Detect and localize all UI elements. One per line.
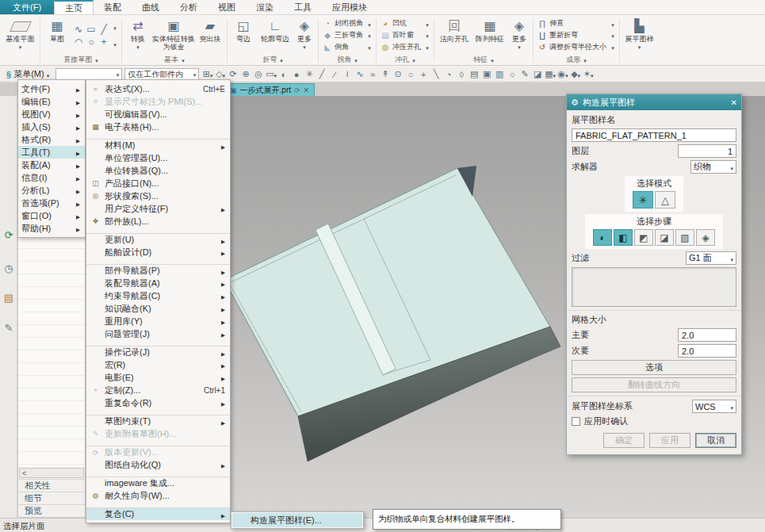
tab-block-button[interactable]: ▰ 突出块	[196, 16, 224, 55]
point-icon[interactable]: +	[417, 67, 430, 81]
step-result-icon[interactable]: ◈	[696, 229, 715, 246]
menu-item[interactable]: 复合(C)	[86, 507, 230, 520]
history-icon[interactable]: ⟳	[0, 229, 17, 241]
menu-item[interactable]: ⟳ 版本更新(V)...	[86, 446, 230, 458]
document-tab[interactable]: ▣ 一步式展开.prt ✕	[224, 83, 315, 96]
menu-item[interactable]: ❖ 部件族(L)...	[86, 215, 230, 228]
ok-button[interactable]: 确定	[603, 433, 645, 448]
close-icon[interactable]	[731, 98, 737, 107]
menu-item[interactable]: ✎ 更新附着草图(H)...	[86, 427, 230, 440]
menu-item[interactable]: 材料(M)	[86, 139, 230, 151]
chamfer-button[interactable]: ◣倒角	[321, 42, 365, 53]
step-region-icon[interactable]: ◐	[593, 229, 612, 246]
menu-item[interactable]: 可视编辑器(V)...	[86, 108, 230, 121]
pattern-feature-button[interactable]: ▦ 阵列特征	[472, 16, 507, 55]
dropdown-caret-icon[interactable]	[19, 43, 22, 51]
scroll-down-caret-icon[interactable]	[113, 39, 117, 48]
sheet-body[interactable]	[224, 168, 550, 416]
contour-flange-button[interactable]: ∟ 轮廓弯边	[258, 16, 293, 55]
ribbon-tab[interactable]: 渲染	[246, 0, 284, 14]
louver-button[interactable]: ▤百叶窗	[379, 30, 423, 41]
point-icon[interactable]: +	[101, 36, 106, 48]
csys-combo[interactable]: WCS	[692, 400, 736, 413]
menu-item[interactable]: ◎ 形状搜索(S)...	[86, 189, 230, 202]
dropdown-caret-icon[interactable]	[368, 19, 371, 29]
selection-list[interactable]	[572, 267, 736, 307]
menu-item[interactable]: 装配(A)	[18, 159, 85, 171]
arc-icon[interactable]: ◔	[442, 67, 455, 81]
vector-icon[interactable]: ↟	[379, 67, 392, 81]
menu-item[interactable]: 窗口(O)	[18, 209, 85, 222]
menu-item[interactable]: 图纸自动化(Q)	[86, 458, 230, 471]
menu-item[interactable]: imageware 集成...	[86, 477, 230, 489]
layer-settings-icon[interactable]: ▦	[544, 67, 557, 81]
menu-item[interactable]: 问题管理(J)	[86, 327, 230, 340]
render-style-icon[interactable]: ●	[290, 67, 303, 81]
close-tab-icon[interactable]: ✕	[304, 86, 310, 94]
spline-icon[interactable]: ≈	[366, 67, 379, 81]
filter-combo[interactable]: G1 面	[686, 251, 736, 265]
cancel-button[interactable]: 取消	[695, 433, 736, 448]
ribbon-tab[interactable]: 分析	[170, 0, 208, 14]
menu-item[interactable]: 帮助(H)	[18, 222, 85, 235]
window-icon[interactable]: ▣	[480, 67, 493, 81]
menu-item[interactable]: 约束导航器(C)	[86, 289, 230, 302]
panel-collapse-button[interactable]: <	[19, 468, 84, 478]
dialog-titlebar[interactable]: 构造展平图样	[567, 94, 741, 110]
flip-curve-direction-button[interactable]: 翻转曲线方向	[572, 377, 736, 392]
group-caret-icon[interactable]	[583, 56, 587, 64]
menu-item[interactable]: 单位转换器(Q)...	[86, 164, 230, 177]
datum-plane-button[interactable]: 基准平面	[2, 16, 39, 65]
menu-item[interactable]: 分析(L)	[18, 184, 85, 197]
dropdown-caret-icon[interactable]	[368, 30, 371, 40]
menu-item[interactable]: ▫ 定制(Z)... Ctrl+1	[86, 384, 230, 396]
three-bend-corner-button[interactable]: ◆三折弯角	[321, 30, 365, 41]
convert-button[interactable]: ⇄ 转换	[124, 16, 151, 55]
pen-tool-icon[interactable]: ✎	[0, 322, 17, 334]
dropdown-caret-icon[interactable]	[426, 30, 429, 40]
dropdown-caret-icon[interactable]	[638, 43, 641, 51]
mode-unidirectional-icon[interactable]: △	[655, 191, 675, 209]
circle-center-icon[interactable]: ⊙	[392, 67, 404, 81]
menu-item[interactable]: 更新(U)	[86, 233, 230, 246]
sketch-button[interactable]: ▦ 草图	[43, 16, 71, 55]
dropdown-caret-icon[interactable]	[611, 19, 614, 29]
normal-cutout-button[interactable]: 回 法向开孔	[437, 16, 472, 55]
minor-input[interactable]: 2.0	[678, 344, 736, 358]
menu-item[interactable]: 首选项(P)	[18, 197, 85, 209]
dropdown-caret-icon[interactable]	[303, 43, 306, 51]
closed-corner-button[interactable]: ◔封闭拐角	[321, 18, 365, 29]
menu-item[interactable]: 部件导航器(P)	[86, 264, 230, 277]
menu-item[interactable]: 宏(R)	[86, 358, 230, 371]
step-boundary-icon[interactable]: ◩	[634, 229, 653, 246]
menu-item[interactable]: 重用库(Y)	[86, 315, 230, 327]
ellipse-icon[interactable]: ◊	[455, 67, 468, 81]
bend-more-button[interactable]: ◈ 更多	[293, 16, 316, 55]
pan-view-icon[interactable]: ⊕	[239, 67, 252, 81]
ribbon-tab[interactable]: 工具	[284, 0, 322, 14]
group-caret-icon[interactable]	[95, 56, 98, 64]
pattern-name-input[interactable]: FABRIC_FLAT_PATTERN_1	[572, 128, 736, 142]
group-caret-icon[interactable]	[354, 56, 358, 64]
studio-spline-icon[interactable]: ∿	[354, 67, 366, 81]
apply-button[interactable]: 应用	[649, 433, 690, 448]
spline-curve-icon[interactable]: ∿	[75, 24, 82, 35]
unbend-button[interactable]: ∏伸直	[536, 18, 608, 29]
group-caret-icon[interactable]	[182, 56, 185, 64]
line-icon[interactable]: ╱	[316, 67, 328, 81]
menu-item[interactable]: 用户定义特征(F)	[86, 202, 230, 215]
menu-item[interactable]: # 显示尺寸标注为 PMI(S)...	[86, 95, 230, 108]
menu-item[interactable]: 单位管理器(U)...	[86, 151, 230, 164]
dropdown-caret-icon[interactable]	[136, 43, 140, 51]
dimple-button[interactable]: ◕凹坑	[379, 18, 423, 29]
menu-item[interactable]: ◍ 耐久性向导(W)...	[86, 489, 230, 502]
arc-icon[interactable]: ◠	[75, 36, 82, 48]
dropdown-caret-icon[interactable]	[611, 30, 614, 40]
line2-icon[interactable]: ∕	[328, 67, 341, 81]
circle-icon[interactable]: ○	[404, 67, 417, 81]
menu-item[interactable]: 文件(F)	[18, 82, 85, 95]
menu-item[interactable]: ◫ 产品接口(N)...	[86, 177, 230, 189]
appearance-icon[interactable]: ◉	[557, 67, 569, 81]
edit-display-icon[interactable]: ✎	[518, 67, 531, 81]
menu-item[interactable]: 编辑(E)	[18, 95, 85, 108]
